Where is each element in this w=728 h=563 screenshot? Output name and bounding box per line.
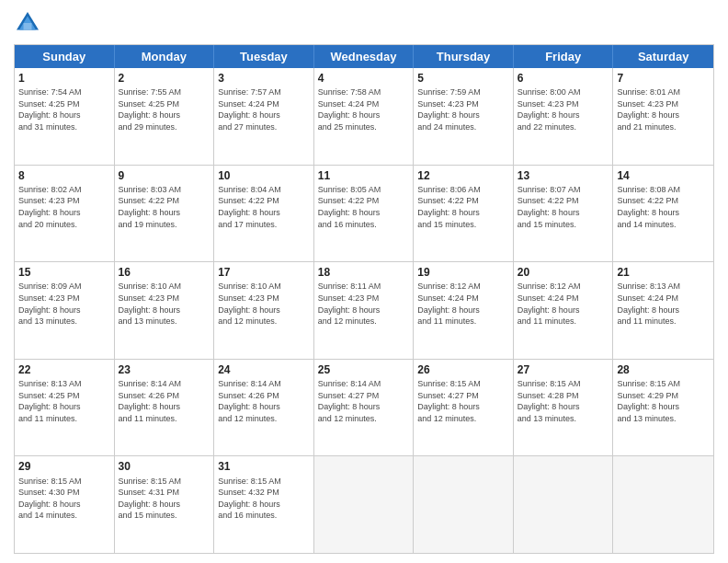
week-row-4: 22Sunrise: 8:13 AM Sunset: 4:25 PM Dayli… <box>15 360 713 457</box>
day-cell-19: 19Sunrise: 8:12 AM Sunset: 4:24 PM Dayli… <box>414 262 514 359</box>
day-number: 22 <box>18 362 110 377</box>
header-day-sunday: Sunday <box>15 45 115 68</box>
day-cell-17: 17Sunrise: 8:10 AM Sunset: 4:23 PM Dayli… <box>214 262 314 359</box>
day-cell-11: 11Sunrise: 8:05 AM Sunset: 4:22 PM Dayli… <box>314 166 415 262</box>
day-cell-5: 5Sunrise: 7:59 AM Sunset: 4:23 PM Daylig… <box>414 68 514 165</box>
calendar: SundayMondayTuesdayWednesdayThursdayFrid… <box>14 44 714 554</box>
header-day-thursday: Thursday <box>414 45 514 68</box>
header-day-saturday: Saturday <box>613 45 713 68</box>
logo-icon <box>14 9 41 37</box>
day-cell-24: 24Sunrise: 8:14 AM Sunset: 4:26 PM Dayli… <box>214 360 314 456</box>
day-cell-12: 12Sunrise: 8:06 AM Sunset: 4:22 PM Dayli… <box>414 166 514 262</box>
day-info: Sunrise: 8:06 AM Sunset: 4:22 PM Dayligh… <box>417 184 509 230</box>
day-info: Sunrise: 8:15 AM Sunset: 4:32 PM Dayligh… <box>218 476 310 522</box>
day-info: Sunrise: 8:01 AM Sunset: 4:23 PM Dayligh… <box>617 86 710 132</box>
day-info: Sunrise: 8:09 AM Sunset: 4:23 PM Dayligh… <box>18 281 110 327</box>
day-cell-30: 30Sunrise: 8:15 AM Sunset: 4:31 PM Dayli… <box>115 456 215 553</box>
day-cell-3: 3Sunrise: 7:57 AM Sunset: 4:24 PM Daylig… <box>214 68 314 165</box>
day-info: Sunrise: 8:10 AM Sunset: 4:23 PM Dayligh… <box>119 281 210 327</box>
week-row-1: 1Sunrise: 7:54 AM Sunset: 4:25 PM Daylig… <box>15 68 713 166</box>
day-info: Sunrise: 8:13 AM Sunset: 4:24 PM Dayligh… <box>617 281 710 327</box>
day-cell-8: 8Sunrise: 8:02 AM Sunset: 4:23 PM Daylig… <box>15 166 115 262</box>
day-number: 4 <box>318 71 410 86</box>
day-cell-4: 4Sunrise: 7:58 AM Sunset: 4:24 PM Daylig… <box>314 68 415 165</box>
day-number: 1 <box>18 71 110 86</box>
day-info: Sunrise: 8:05 AM Sunset: 4:22 PM Dayligh… <box>318 184 410 230</box>
day-info: Sunrise: 8:15 AM Sunset: 4:30 PM Dayligh… <box>18 476 110 522</box>
day-number: 24 <box>218 362 310 377</box>
day-cell-1: 1Sunrise: 7:54 AM Sunset: 4:25 PM Daylig… <box>15 68 115 165</box>
day-number: 26 <box>417 362 509 377</box>
day-cell-13: 13Sunrise: 8:07 AM Sunset: 4:22 PM Dayli… <box>514 166 614 262</box>
day-info: Sunrise: 7:55 AM Sunset: 4:25 PM Dayligh… <box>119 86 210 132</box>
day-number: 20 <box>518 265 609 280</box>
day-number: 25 <box>318 362 410 377</box>
day-info: Sunrise: 8:15 AM Sunset: 4:28 PM Dayligh… <box>518 378 609 424</box>
day-info: Sunrise: 8:13 AM Sunset: 4:25 PM Dayligh… <box>18 378 110 424</box>
day-cell-31: 31Sunrise: 8:15 AM Sunset: 4:32 PM Dayli… <box>214 456 314 553</box>
day-number: 14 <box>617 168 710 183</box>
day-number: 16 <box>119 265 210 280</box>
day-number: 7 <box>617 71 710 86</box>
calendar-header: SundayMondayTuesdayWednesdayThursdayFrid… <box>15 45 713 68</box>
empty-cell <box>613 456 713 553</box>
day-cell-7: 7Sunrise: 8:01 AM Sunset: 4:23 PM Daylig… <box>613 68 713 165</box>
day-cell-9: 9Sunrise: 8:03 AM Sunset: 4:22 PM Daylig… <box>115 166 215 262</box>
day-info: Sunrise: 8:15 AM Sunset: 4:31 PM Dayligh… <box>119 476 210 522</box>
empty-cell <box>514 456 614 553</box>
header-day-wednesday: Wednesday <box>314 45 415 68</box>
day-number: 15 <box>18 265 110 280</box>
day-info: Sunrise: 7:54 AM Sunset: 4:25 PM Dayligh… <box>18 86 110 132</box>
day-info: Sunrise: 8:03 AM Sunset: 4:22 PM Dayligh… <box>119 184 210 230</box>
day-number: 27 <box>518 362 609 377</box>
day-cell-28: 28Sunrise: 8:15 AM Sunset: 4:29 PM Dayli… <box>613 360 713 456</box>
page: SundayMondayTuesdayWednesdayThursdayFrid… <box>0 0 728 563</box>
empty-cell <box>314 456 415 553</box>
day-cell-22: 22Sunrise: 8:13 AM Sunset: 4:25 PM Dayli… <box>15 360 115 456</box>
day-number: 28 <box>617 362 710 377</box>
day-number: 3 <box>218 71 310 86</box>
day-cell-14: 14Sunrise: 8:08 AM Sunset: 4:22 PM Dayli… <box>613 166 713 262</box>
day-info: Sunrise: 8:14 AM Sunset: 4:27 PM Dayligh… <box>318 378 410 424</box>
day-number: 12 <box>417 168 509 183</box>
header-day-tuesday: Tuesday <box>214 45 314 68</box>
day-cell-10: 10Sunrise: 8:04 AM Sunset: 4:22 PM Dayli… <box>214 166 314 262</box>
day-info: Sunrise: 8:15 AM Sunset: 4:27 PM Dayligh… <box>417 378 509 424</box>
day-number: 9 <box>119 168 210 183</box>
header-day-friday: Friday <box>514 45 614 68</box>
header <box>14 9 714 37</box>
day-number: 23 <box>119 362 210 377</box>
day-info: Sunrise: 8:02 AM Sunset: 4:23 PM Dayligh… <box>18 184 110 230</box>
day-info: Sunrise: 8:12 AM Sunset: 4:24 PM Dayligh… <box>518 281 609 327</box>
day-number: 13 <box>518 168 609 183</box>
day-info: Sunrise: 8:07 AM Sunset: 4:22 PM Dayligh… <box>518 184 609 230</box>
day-info: Sunrise: 8:10 AM Sunset: 4:23 PM Dayligh… <box>218 281 310 327</box>
week-row-5: 29Sunrise: 8:15 AM Sunset: 4:30 PM Dayli… <box>15 456 713 553</box>
day-number: 21 <box>617 265 710 280</box>
svg-rect-2 <box>24 23 32 30</box>
day-info: Sunrise: 8:11 AM Sunset: 4:23 PM Dayligh… <box>318 281 410 327</box>
day-number: 29 <box>18 459 110 474</box>
day-info: Sunrise: 8:15 AM Sunset: 4:29 PM Dayligh… <box>617 378 710 424</box>
day-number: 10 <box>218 168 310 183</box>
day-cell-6: 6Sunrise: 8:00 AM Sunset: 4:23 PM Daylig… <box>514 68 614 165</box>
day-number: 31 <box>218 459 310 474</box>
day-info: Sunrise: 8:08 AM Sunset: 4:22 PM Dayligh… <box>617 184 710 230</box>
day-cell-25: 25Sunrise: 8:14 AM Sunset: 4:27 PM Dayli… <box>314 360 415 456</box>
logo <box>14 9 45 37</box>
day-cell-16: 16Sunrise: 8:10 AM Sunset: 4:23 PM Dayli… <box>115 262 215 359</box>
day-info: Sunrise: 7:57 AM Sunset: 4:24 PM Dayligh… <box>218 86 310 132</box>
day-info: Sunrise: 8:14 AM Sunset: 4:26 PM Dayligh… <box>119 378 210 424</box>
day-cell-18: 18Sunrise: 8:11 AM Sunset: 4:23 PM Dayli… <box>314 262 415 359</box>
day-info: Sunrise: 8:04 AM Sunset: 4:22 PM Dayligh… <box>218 184 310 230</box>
day-cell-15: 15Sunrise: 8:09 AM Sunset: 4:23 PM Dayli… <box>15 262 115 359</box>
day-info: Sunrise: 8:00 AM Sunset: 4:23 PM Dayligh… <box>518 86 609 132</box>
week-row-3: 15Sunrise: 8:09 AM Sunset: 4:23 PM Dayli… <box>15 262 713 360</box>
header-day-monday: Monday <box>115 45 215 68</box>
day-info: Sunrise: 7:59 AM Sunset: 4:23 PM Dayligh… <box>417 86 509 132</box>
day-cell-2: 2Sunrise: 7:55 AM Sunset: 4:25 PM Daylig… <box>115 68 215 165</box>
day-cell-26: 26Sunrise: 8:15 AM Sunset: 4:27 PM Dayli… <box>414 360 514 456</box>
day-cell-23: 23Sunrise: 8:14 AM Sunset: 4:26 PM Dayli… <box>115 360 215 456</box>
day-number: 5 <box>417 71 509 86</box>
day-cell-21: 21Sunrise: 8:13 AM Sunset: 4:24 PM Dayli… <box>613 262 713 359</box>
